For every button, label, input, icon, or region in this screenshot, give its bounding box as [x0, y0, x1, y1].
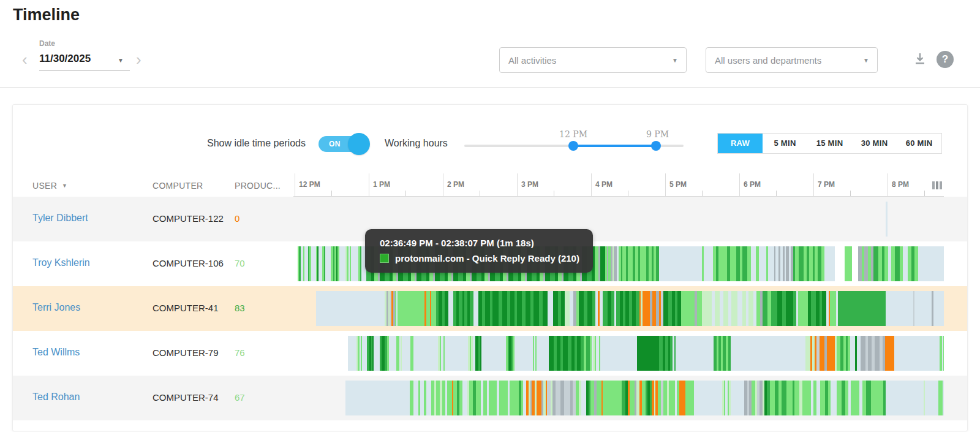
- activity-segment: [389, 336, 396, 371]
- interval-button-15-min[interactable]: 15 MIN: [807, 134, 852, 153]
- tooltip-time-range: 02:36:49 PM - 02:38:07 PM (1m 18s): [380, 238, 579, 248]
- users-filter-value: All users and departments: [715, 55, 821, 66]
- user-link[interactable]: Terri Jones: [32, 302, 80, 313]
- timeline-bar[interactable]: [316, 291, 944, 326]
- activity-segment: [537, 336, 543, 371]
- timeline-bar[interactable]: [348, 336, 944, 371]
- activity-segment: [517, 291, 522, 326]
- user-link[interactable]: Troy Kshlerin: [32, 257, 90, 268]
- activity-segment: [820, 381, 825, 415]
- activities-filter-dropdown[interactable]: All activities ▼: [499, 47, 687, 73]
- toggle-state-label: ON: [329, 140, 341, 148]
- activity-segment: [351, 246, 358, 281]
- activity-segment: [587, 291, 592, 326]
- half-hour-tick: [702, 191, 703, 196]
- slider-handle-start[interactable]: [568, 141, 578, 151]
- activity-segment: [579, 291, 584, 326]
- timeline-chart-cell: [293, 286, 944, 331]
- activity-segment: [543, 291, 548, 326]
- activity-segment: [852, 246, 858, 281]
- hour-label: 7 PM: [818, 180, 835, 189]
- user-link[interactable]: Ted Willms: [32, 347, 80, 358]
- hour-tick: [443, 173, 443, 196]
- activity-segment: [679, 381, 685, 415]
- activity-segment: [548, 291, 553, 326]
- interval-button-30-min[interactable]: 30 MIN: [852, 134, 897, 153]
- activity-segment: [820, 336, 824, 371]
- activity-segment: [402, 336, 410, 371]
- prev-date-button[interactable]: ‹: [22, 51, 28, 67]
- activity-segment: [448, 291, 453, 326]
- column-header-productivity[interactable]: PRODUC...: [235, 181, 281, 191]
- activity-segment: [637, 336, 659, 371]
- activity-segment: [799, 246, 804, 281]
- activity-segment: [914, 246, 918, 281]
- activity-segment: [731, 291, 737, 326]
- activity-segment: [413, 381, 418, 415]
- activity-segment: [362, 336, 367, 371]
- activity-segment: [763, 291, 767, 326]
- activity-segment: [715, 291, 720, 326]
- activity-segment: [782, 381, 786, 415]
- slider-active-range: [573, 145, 656, 147]
- slider-handle-end[interactable]: [651, 141, 661, 151]
- activity-segment: [903, 246, 908, 281]
- activity-segment: [689, 381, 694, 415]
- half-hour-tick: [554, 191, 554, 196]
- activity-segment: [731, 381, 744, 415]
- activity-segment: [603, 291, 608, 326]
- activity-segment: [605, 381, 622, 415]
- activity-segment: [873, 246, 878, 281]
- activity-segment: [737, 291, 742, 326]
- activities-filter-value: All activities: [508, 55, 556, 66]
- user-link[interactable]: Tyler Dibbert: [32, 213, 88, 224]
- idle-toggle[interactable]: ON: [318, 136, 360, 152]
- activity-segment: [914, 291, 932, 326]
- computer-name: COMPUTER-74: [153, 392, 219, 403]
- help-icon[interactable]: ?: [937, 51, 954, 68]
- activity-segment: [886, 202, 888, 237]
- column-header-user[interactable]: USER▼: [32, 181, 67, 191]
- activity-segment: [830, 291, 836, 326]
- activity-segment: [706, 291, 712, 326]
- users-filter-dropdown[interactable]: All users and departments ▼: [706, 47, 878, 73]
- timeline-chart-cell: [293, 376, 944, 420]
- activity-segment: [723, 291, 728, 326]
- activity-segment: [861, 336, 865, 371]
- interval-button-raw[interactable]: RAW: [718, 134, 763, 153]
- timeline-bar[interactable]: [345, 381, 944, 415]
- half-hour-tick: [331, 191, 332, 196]
- hour-tick: [739, 173, 740, 196]
- activity-segment: [492, 291, 499, 326]
- activity-segment: [827, 336, 835, 371]
- activity-segment: [485, 291, 490, 326]
- productivity-score: 76: [235, 347, 245, 358]
- user-link[interactable]: Ted Rohan: [32, 392, 80, 403]
- activity-segment: [845, 246, 852, 281]
- hour-label: 4 PM: [595, 180, 612, 189]
- interval-button-5-min[interactable]: 5 MIN: [763, 134, 807, 153]
- activity-segment: [941, 381, 943, 415]
- activity-segment: [770, 381, 775, 415]
- activity-segment: [600, 336, 637, 371]
- half-hour-tick: [776, 191, 777, 196]
- activity-segment: [514, 336, 533, 371]
- activity-segment: [659, 246, 702, 281]
- computer-name: COMPUTER-122: [153, 213, 224, 224]
- download-icon[interactable]: [913, 52, 927, 66]
- activity-segment: [345, 381, 410, 415]
- activity-segment: [549, 336, 554, 371]
- activity-segment: [827, 246, 835, 281]
- activity-segment: [806, 381, 811, 415]
- table-header: USER▼ COMPUTER PRODUC... 12 PM1 PM2 PM3 …: [13, 172, 967, 197]
- activity-segment: [697, 291, 702, 326]
- hour-tick: [591, 173, 592, 196]
- interval-button-60-min[interactable]: 60 MIN: [897, 134, 941, 153]
- toggle-knob[interactable]: [348, 133, 370, 155]
- computer-name: COMPUTER-106: [153, 258, 224, 268]
- column-header-computer[interactable]: COMPUTER: [153, 181, 203, 191]
- columns-settings-icon[interactable]: [932, 181, 942, 189]
- next-date-button[interactable]: ›: [136, 51, 141, 67]
- timeline-chart-cell: [293, 331, 944, 376]
- date-picker[interactable]: 11/30/2025 ▼: [39, 53, 130, 71]
